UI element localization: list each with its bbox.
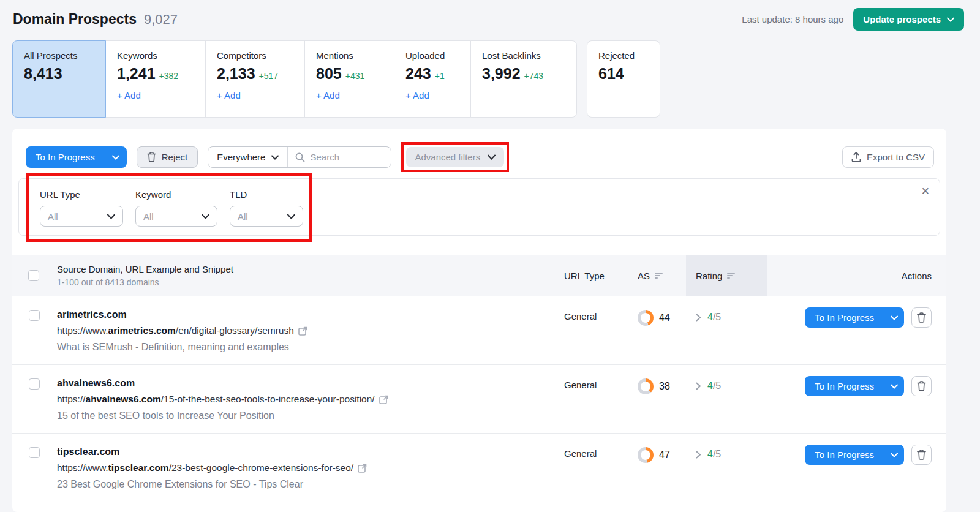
snippet-text: 15 of the best SEO tools to Increase You… bbox=[57, 410, 554, 421]
chevron-down-icon bbox=[287, 214, 295, 219]
url-type-value: General bbox=[554, 434, 628, 502]
add-uploaded-link[interactable]: + Add bbox=[405, 90, 459, 100]
column-rating-sort[interactable]: Rating bbox=[696, 255, 767, 296]
advanced-filters-panel: URL Type All Keyword All TLD All ✕ bbox=[18, 178, 940, 236]
chevron-right-icon[interactable] bbox=[696, 382, 701, 390]
delta-badge: +1 bbox=[435, 71, 445, 81]
tab-all-prospects[interactable]: All Prospects 8,413 bbox=[12, 40, 106, 118]
row-checkbox[interactable] bbox=[29, 447, 40, 458]
prospects-panel: To In Progress Reject Everywhere bbox=[12, 129, 946, 512]
close-icon[interactable]: ✕ bbox=[921, 185, 930, 198]
tab-competitors[interactable]: Competitors 2,133+517 + Add bbox=[205, 40, 305, 118]
chevron-down-icon bbox=[891, 384, 898, 389]
tld-select[interactable]: All bbox=[230, 206, 303, 227]
external-link-icon[interactable] bbox=[298, 326, 307, 336]
tab-uploaded[interactable]: Uploaded 243+1 + Add bbox=[394, 40, 471, 118]
bulk-action-caret-button[interactable] bbox=[105, 146, 127, 168]
page-header: Domain Prospects 9,027 Last update: 8 ho… bbox=[0, 0, 980, 31]
filter-keyword: Keyword All bbox=[135, 189, 217, 235]
row-delete-button[interactable] bbox=[911, 376, 932, 396]
reject-button[interactable]: Reject bbox=[137, 146, 198, 168]
search-input[interactable] bbox=[310, 152, 383, 162]
chevron-down-icon bbox=[947, 17, 954, 22]
trash-icon bbox=[917, 381, 926, 391]
prospects-table: Source Domain, URL Example and Snippet 1… bbox=[12, 255, 946, 502]
external-link-icon[interactable] bbox=[358, 464, 367, 473]
sort-icon bbox=[727, 273, 735, 279]
table-toolbar: To In Progress Reject Everywhere bbox=[12, 129, 946, 172]
row-action-caret-button[interactable] bbox=[884, 307, 904, 328]
row-checkbox[interactable] bbox=[29, 378, 40, 390]
column-actions: Actions bbox=[767, 255, 946, 296]
add-mentions-link[interactable]: + Add bbox=[316, 90, 383, 100]
chevron-down-icon bbox=[202, 214, 209, 219]
row-checkbox[interactable] bbox=[29, 310, 40, 321]
url-type-select[interactable]: All bbox=[40, 206, 123, 227]
add-keywords-link[interactable]: + Add bbox=[117, 90, 194, 100]
export-icon bbox=[851, 152, 861, 162]
chevron-down-icon bbox=[488, 154, 496, 160]
search-icon bbox=[295, 152, 305, 162]
row-delete-button[interactable] bbox=[911, 445, 932, 465]
authority-score-value: 38 bbox=[659, 378, 670, 392]
row-delete-button[interactable] bbox=[911, 307, 932, 328]
tab-mentions[interactable]: Mentions 805+431 + Add bbox=[304, 40, 394, 118]
to-in-progress-button[interactable]: To In Progress bbox=[805, 307, 884, 328]
url-type-value: General bbox=[554, 296, 628, 364]
authority-score-donut bbox=[638, 447, 654, 463]
to-in-progress-button[interactable]: To In Progress bbox=[805, 376, 884, 396]
trash-icon bbox=[147, 152, 156, 162]
add-competitors-link[interactable]: + Add bbox=[217, 90, 293, 100]
snippet-text: 23 Best Google Chrome Extensions for SEO… bbox=[57, 479, 554, 490]
snippet-text: What is SEMrush - Definition, meaning an… bbox=[57, 342, 554, 353]
delta-badge: +517 bbox=[259, 71, 279, 81]
chevron-right-icon[interactable] bbox=[696, 314, 701, 322]
page-title: Domain Prospects bbox=[13, 11, 137, 28]
trash-icon bbox=[917, 312, 926, 323]
authority-score-donut bbox=[638, 310, 654, 326]
select-all-checkbox[interactable] bbox=[28, 270, 39, 281]
source-domain: tipsclear.com bbox=[57, 446, 554, 457]
tab-rejected[interactable]: Rejected 614 bbox=[587, 40, 660, 118]
source-domain: ahvalnews6.com bbox=[57, 378, 554, 389]
trash-icon bbox=[917, 450, 926, 460]
search-scope-dropdown[interactable]: Everywhere bbox=[208, 147, 288, 167]
to-in-progress-button[interactable]: To In Progress bbox=[805, 445, 884, 465]
source-domain: arimetrics.com bbox=[57, 309, 554, 320]
chevron-right-icon[interactable] bbox=[696, 451, 701, 459]
row-action-split-button: To In Progress bbox=[805, 307, 904, 328]
url-example: https://ahvalnews6.com/15-of-the-best-se… bbox=[57, 394, 554, 405]
filter-tld: TLD All bbox=[230, 189, 303, 235]
update-prospects-button[interactable]: Update prospects bbox=[853, 8, 964, 31]
bulk-to-in-progress-split-button: To In Progress bbox=[26, 146, 127, 168]
rating-value: 4/5 bbox=[707, 380, 721, 391]
column-as-sort[interactable]: AS bbox=[638, 255, 686, 296]
row-action-caret-button[interactable] bbox=[884, 376, 904, 396]
rating-value: 4/5 bbox=[707, 312, 721, 323]
bulk-to-in-progress-button[interactable]: To In Progress bbox=[26, 146, 105, 168]
authority-score-value: 44 bbox=[659, 310, 670, 323]
chevron-down-icon bbox=[107, 214, 115, 219]
external-link-icon[interactable] bbox=[379, 395, 388, 404]
rating-value: 4/5 bbox=[707, 449, 721, 460]
row-action-split-button: To In Progress bbox=[805, 376, 904, 396]
authority-score-value: 47 bbox=[659, 447, 670, 461]
tab-keywords[interactable]: Keywords 1,241+382 + Add bbox=[105, 40, 206, 118]
chevron-down-icon bbox=[112, 155, 119, 160]
table-row: ahvalnews6.com https://ahvalnews6.com/15… bbox=[12, 365, 946, 434]
tab-lost-backlinks[interactable]: Lost Backlinks 3,992+743 bbox=[470, 40, 577, 118]
annotation-box-advanced-filters: Advanced filters bbox=[401, 142, 509, 172]
last-update-text: Last update: 8 hours ago bbox=[742, 14, 843, 24]
keyword-select[interactable]: All bbox=[135, 206, 217, 227]
url-example: https://www.tipsclear.com/23-best-google… bbox=[57, 462, 554, 473]
delta-badge: +382 bbox=[159, 71, 179, 81]
chevron-down-icon bbox=[271, 155, 279, 160]
row-action-split-button: To In Progress bbox=[805, 445, 904, 465]
chevron-down-icon bbox=[891, 315, 898, 320]
chevron-down-icon bbox=[891, 453, 898, 457]
authority-score-donut bbox=[638, 378, 654, 394]
advanced-filters-dropdown[interactable]: Advanced filters bbox=[406, 147, 504, 167]
export-to-csv-button[interactable]: Export to CSV bbox=[842, 146, 934, 168]
search-control: Everywhere bbox=[208, 146, 391, 168]
row-action-caret-button[interactable] bbox=[884, 445, 904, 465]
